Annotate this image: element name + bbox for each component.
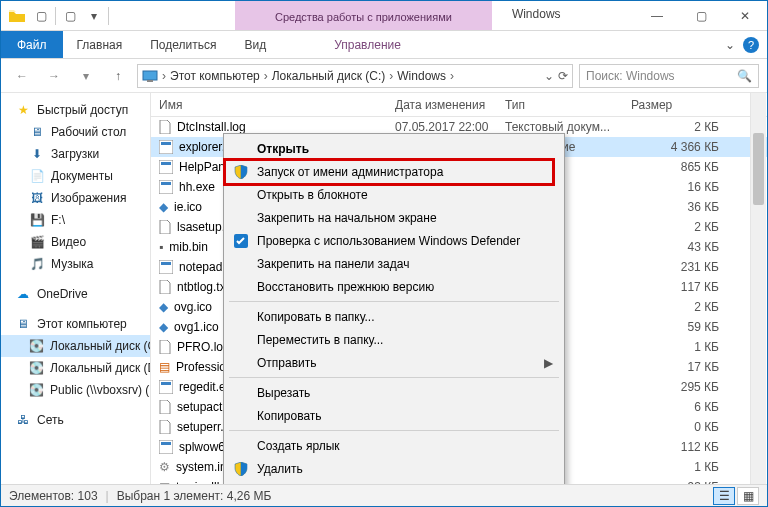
context-menu-item[interactable]: Переместить в папку... xyxy=(227,328,561,351)
context-menu-separator xyxy=(229,430,559,431)
context-menu-item[interactable]: Открыть в блокноте xyxy=(227,183,561,206)
context-menu-item[interactable]: Копировать в папку... xyxy=(227,305,561,328)
svg-rect-5 xyxy=(161,162,171,165)
file-icon: ▪ xyxy=(159,240,163,254)
minimize-button[interactable]: — xyxy=(635,1,679,30)
sidebar-item-drive[interactable]: 💽Локальный диск (D:) xyxy=(1,357,150,379)
column-size[interactable]: Размер xyxy=(631,98,767,112)
context-menu-item[interactable]: Закрепить на начальном экране xyxy=(227,206,561,229)
sidebar-item-icon: 🎵 xyxy=(29,256,45,272)
file-size: 16 КБ xyxy=(631,180,767,194)
file-type: Текстовый докум... xyxy=(505,120,631,134)
ribbon-expand-icon[interactable]: ⌄ xyxy=(725,38,735,52)
sidebar-item[interactable]: 🖼Изображения xyxy=(1,187,150,209)
file-tab[interactable]: Файл xyxy=(1,31,63,58)
context-menu-item[interactable]: Вырезать xyxy=(227,381,561,404)
context-menu-item-label: Запуск от имени администратора xyxy=(257,165,443,179)
sidebar-item[interactable]: 📄Документы xyxy=(1,165,150,187)
scroll-thumb[interactable] xyxy=(753,133,764,205)
column-type[interactable]: Тип xyxy=(505,98,631,112)
recent-locations-button[interactable]: ▾ xyxy=(73,63,99,89)
maximize-button[interactable]: ▢ xyxy=(679,1,723,30)
ribbon-tab-home[interactable]: Главная xyxy=(63,31,137,58)
sidebar-item[interactable]: 🎵Музыка xyxy=(1,253,150,275)
context-menu-separator xyxy=(229,301,559,302)
breadcrumb[interactable]: › Этот компьютер› Локальный диск (C:)› W… xyxy=(137,64,573,88)
sidebar-item-drive[interactable]: 💽Public (\\vboxsrv) (...) xyxy=(1,379,150,401)
explorer-icon[interactable] xyxy=(5,4,29,28)
context-menu-item[interactable]: Отправить▶ xyxy=(227,351,561,374)
view-icons-button[interactable]: ▦ xyxy=(737,487,759,505)
file-size: 2 КБ xyxy=(631,220,767,234)
close-button[interactable]: ✕ xyxy=(723,1,767,30)
context-menu-item[interactable]: Восстановить прежнюю версию xyxy=(227,275,561,298)
star-icon: ★ xyxy=(15,102,31,118)
context-menu-item[interactable]: Создать ярлык xyxy=(227,434,561,457)
ribbon-tab-view[interactable]: Вид xyxy=(230,31,280,58)
search-input[interactable]: Поиск: Windows 🔍 xyxy=(579,64,759,88)
sidebar-item-icon: 🖥 xyxy=(29,124,45,140)
context-menu-item[interactable]: Удалить xyxy=(227,457,561,480)
sidebar-item[interactable]: 🎬Видео xyxy=(1,231,150,253)
file-name: ovg.ico xyxy=(174,300,212,314)
sidebar-item[interactable]: ⬇Загрузки xyxy=(1,143,150,165)
sidebar-onedrive[interactable]: ☁OneDrive xyxy=(1,283,150,305)
qat-item[interactable]: ▢ xyxy=(58,4,82,28)
navigation-pane: ★Быстрый доступ 🖥Рабочий стол⬇Загрузки📄Д… xyxy=(1,93,151,484)
ribbon-tab-share[interactable]: Поделиться xyxy=(136,31,230,58)
file-size: 0 КБ xyxy=(631,420,767,434)
sidebar-quick-access[interactable]: ★Быстрый доступ xyxy=(1,99,150,121)
context-menu-item-label: Восстановить прежнюю версию xyxy=(257,280,434,294)
context-menu-item-label: Открыть в блокноте xyxy=(257,188,368,202)
ribbon-tabs: Файл Главная Поделиться Вид Управление ⌄… xyxy=(1,31,767,59)
context-menu-item[interactable]: Закрепить на панели задач xyxy=(227,252,561,275)
status-bar: Элементов: 103 | Выбран 1 элемент: 4,26 … xyxy=(1,484,767,506)
file-name: system.ini xyxy=(176,460,229,474)
svg-rect-0 xyxy=(143,71,157,80)
vertical-scrollbar[interactable] xyxy=(750,93,766,484)
sidebar-this-pc[interactable]: 🖥Этот компьютер xyxy=(1,313,150,335)
file-icon xyxy=(159,120,171,134)
sidebar-item-label: Локальный диск (D:) xyxy=(50,361,151,375)
context-menu: ОткрытьЗапуск от имени администратораОтк… xyxy=(223,133,565,507)
sidebar-item[interactable]: 🖥Рабочий стол xyxy=(1,121,150,143)
sidebar-item-icon: 📄 xyxy=(29,168,45,184)
sidebar-network[interactable]: 🖧Сеть xyxy=(1,409,150,431)
column-headers: Имя Дата изменения Тип Размер xyxy=(151,93,767,117)
file-icon: ◆ xyxy=(159,300,168,314)
context-menu-item-label: Закрепить на начальном экране xyxy=(257,211,437,225)
context-menu-item[interactable]: Копировать xyxy=(227,404,561,427)
context-menu-item-label: Вырезать xyxy=(257,386,310,400)
file-icon xyxy=(159,380,173,394)
context-menu-item-label: Отправить xyxy=(257,356,317,370)
context-menu-item[interactable]: Открыть xyxy=(227,137,561,160)
file-icon xyxy=(159,440,173,454)
file-name: hh.exe xyxy=(179,180,215,194)
context-menu-item[interactable]: Запуск от имени администратора xyxy=(227,160,561,183)
column-name[interactable]: Имя xyxy=(151,98,395,112)
view-details-button[interactable]: ☰ xyxy=(713,487,735,505)
pc-icon: 🖥 xyxy=(15,316,31,332)
file-name: ntbtlog.txt xyxy=(177,280,229,294)
up-button[interactable]: ↑ xyxy=(105,63,131,89)
sidebar-item-drive[interactable]: 💽Локальный диск (C:) xyxy=(1,335,150,357)
breadcrumb-segment[interactable]: Локальный диск (C:) xyxy=(272,69,386,83)
breadcrumb-segment[interactable]: Этот компьютер xyxy=(170,69,260,83)
qat-item[interactable]: ▢ xyxy=(29,4,53,28)
back-button[interactable]: ← xyxy=(9,63,35,89)
refresh-icon[interactable]: ⟳ xyxy=(558,69,568,83)
file-size: 117 КБ xyxy=(631,280,767,294)
sidebar-item[interactable]: 💾F:\ xyxy=(1,209,150,231)
forward-button[interactable]: → xyxy=(41,63,67,89)
context-menu-item[interactable]: Проверка с использованием Windows Defend… xyxy=(227,229,561,252)
svg-rect-11 xyxy=(161,382,171,385)
ribbon-tab-manage[interactable]: Управление xyxy=(320,31,415,58)
help-icon[interactable]: ? xyxy=(743,37,759,53)
qat-down-icon[interactable]: ▾ xyxy=(82,4,106,28)
breadcrumb-segment[interactable]: Windows xyxy=(397,69,446,83)
dropdown-history-icon[interactable]: ⌄ xyxy=(544,69,554,83)
column-date[interactable]: Дата изменения xyxy=(395,98,505,112)
file-icon xyxy=(159,180,173,194)
search-icon: 🔍 xyxy=(737,69,752,83)
file-icon xyxy=(159,160,173,174)
